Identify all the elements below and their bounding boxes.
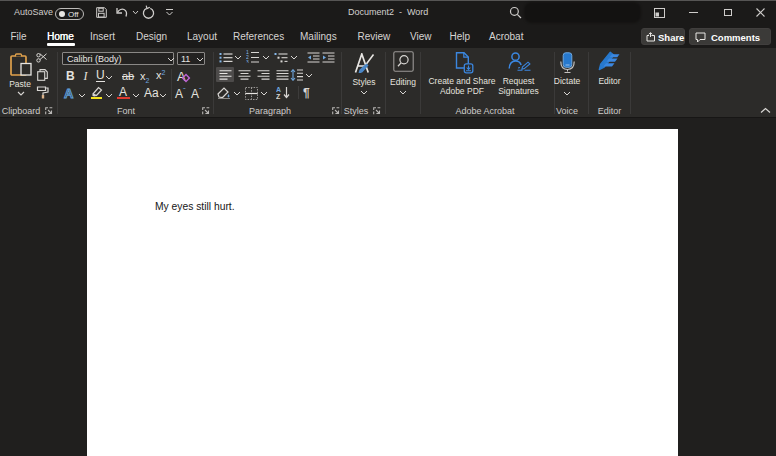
svg-text:3: 3 <box>246 59 249 64</box>
svg-text:A: A <box>276 86 281 93</box>
svg-text:Z: Z <box>276 93 281 99</box>
